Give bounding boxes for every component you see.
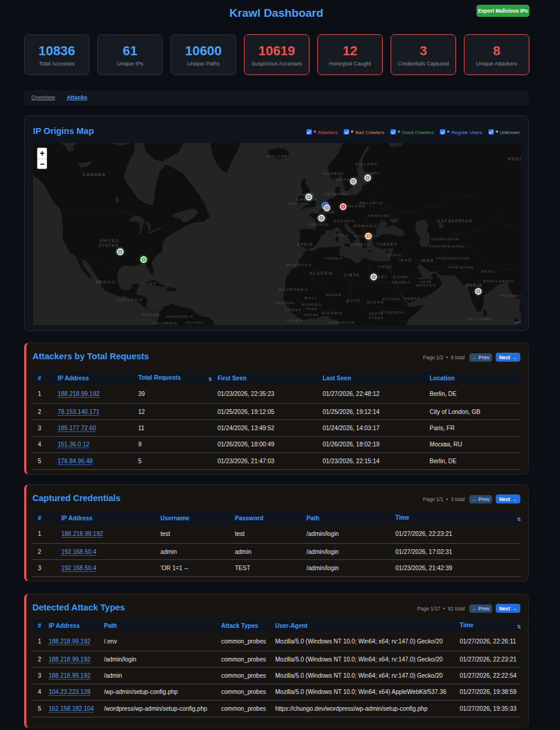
svg-text:INDIA: INDIA (467, 283, 483, 287)
svg-text:BELARUS: BELARUS (359, 201, 383, 205)
svg-text:LIBYA: LIBYA (344, 273, 360, 277)
svg-text:ARABIA: ARABIA (392, 280, 411, 284)
svg-text:UNITED: UNITED (100, 239, 120, 243)
svg-text:ERITREA: ERITREA (382, 297, 401, 301)
svg-text:NORWAY: NORWAY (323, 171, 344, 175)
svg-text:RUSSIA: RUSSIA (508, 157, 521, 161)
svg-text:CUBA: CUBA (143, 282, 156, 285)
svg-text:KAZAKHSTAN: KAZAKHSTAN (437, 219, 473, 223)
svg-text:MYANMAR: MYANMAR (501, 294, 521, 297)
svg-text:VENEZUELA: VENEZUELA (166, 315, 194, 318)
svg-text:MEXICO: MEXICO (96, 280, 116, 284)
svg-text:CANADA: CANADA (82, 172, 106, 177)
svg-text:ARAB: ARAB (421, 281, 432, 284)
svg-text:SUDAN: SUDAN (369, 316, 384, 320)
svg-text:PAKISTAN: PAKISTAN (449, 265, 474, 269)
svg-text:SAUDI: SAUDI (394, 275, 409, 279)
svg-text:ROMANIA: ROMANIA (354, 224, 377, 228)
svg-text:UKRAINE: UKRAINE (368, 213, 391, 217)
svg-text:EMIRATES: EMIRATES (416, 284, 436, 287)
svg-text:TUNISIA: TUNISIA (324, 257, 342, 260)
svg-text:SYRIA: SYRIA (388, 254, 402, 257)
svg-text:TURKMENISTAN: TURKMENISTAN (429, 245, 464, 248)
svg-text:MAURITANIA: MAURITANIA (279, 288, 308, 291)
svg-text:SUDAN: SUDAN (367, 300, 384, 304)
svg-text:MYA: MYA (516, 321, 521, 324)
svg-text:SENEGAL: SENEGAL (275, 301, 296, 305)
svg-text:FASO: FASO (306, 307, 317, 311)
svg-text:GUATEMALA: GUATEMALA (117, 298, 143, 302)
svg-text:ETHIOPIA: ETHIOPIA (381, 310, 405, 314)
svg-text:SOUTH: SOUTH (369, 312, 384, 315)
svg-text:BANGLADESH: BANGLADESH (484, 279, 514, 283)
svg-text:GREECE: GREECE (351, 243, 370, 246)
svg-text:PANAMA: PANAMA (142, 313, 160, 317)
svg-text:NEPAL: NEPAL (481, 270, 497, 273)
svg-text:CHAD: CHAD (347, 298, 361, 302)
svg-text:ITALY: ITALY (335, 233, 349, 237)
svg-text:NIGERIA: NIGERIA (321, 311, 343, 315)
svg-text:GUINEA: GUINEA (285, 308, 302, 312)
svg-text:GUYANA: GUYANA (186, 321, 204, 324)
svg-text:IRAN: IRAN (421, 258, 434, 263)
svg-text:COLOMBIA: COLOMBIA (153, 321, 178, 325)
svg-text:MOROCCO: MOROCCO (287, 263, 312, 267)
svg-text:FINLAND: FINLAND (356, 162, 378, 166)
svg-text:AUSTRIA: AUSTRIA (334, 219, 355, 223)
svg-text:ALGERIA: ALGERIA (309, 271, 333, 275)
svg-text:ISRAEL: ISRAEL (377, 265, 394, 269)
svg-text:AFGHANISTAN: AFGHANISTAN (436, 257, 469, 260)
svg-text:SRI LANKA: SRI LANKA (467, 317, 493, 321)
svg-text:GHANA: GHANA (303, 313, 318, 317)
svg-text:DENMARK: DENMARK (325, 192, 348, 196)
svg-text:TURKEY: TURKEY (376, 242, 397, 246)
svg-text:FRANCE: FRANCE (309, 222, 329, 227)
svg-text:CAMEROON: CAMEROON (329, 321, 355, 324)
svg-text:MALI: MALI (305, 296, 317, 300)
svg-text:BELGIUM: BELGIUM (314, 210, 335, 214)
svg-text:STATES: STATES (99, 243, 118, 248)
svg-text:YEMEN: YEMEN (404, 297, 420, 300)
svg-text:ICELAND: ICELAND (267, 154, 288, 158)
svg-text:UNITED: UNITED (419, 277, 434, 280)
svg-text:BURKINA: BURKINA (302, 303, 322, 306)
svg-text:LIBERIA: LIBERIA (285, 319, 303, 323)
svg-text:SPAIN: SPAIN (297, 242, 313, 246)
svg-text:IRAQ: IRAQ (399, 258, 412, 262)
svg-text:UZBEKISTAN: UZBEKISTAN (431, 237, 459, 241)
svg-text:IRELAND: IRELAND (288, 202, 309, 205)
svg-text:NIGER: NIGER (326, 293, 342, 297)
